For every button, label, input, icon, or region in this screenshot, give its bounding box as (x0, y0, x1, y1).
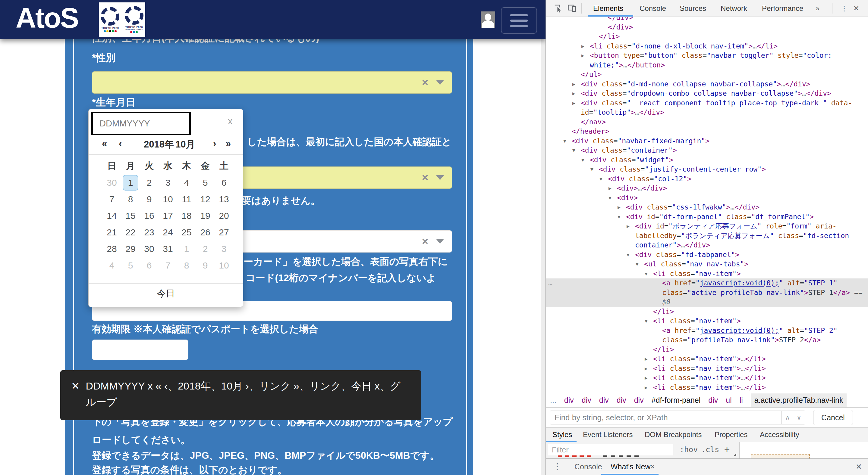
calendar-day[interactable]: 9 (196, 257, 215, 274)
clear-icon[interactable]: × (422, 236, 428, 247)
class-toggle-button[interactable]: .cls (701, 444, 719, 455)
calendar-day[interactable]: 4 (177, 174, 196, 191)
dom-tree-line[interactable]: </li> (546, 345, 868, 354)
new-rule-button[interactable]: + (724, 444, 730, 455)
calendar-day[interactable]: 6 (140, 257, 158, 274)
breadcrumb-item[interactable]: ... (550, 396, 556, 405)
calendar-day[interactable]: 3 (158, 174, 177, 191)
next-year-button[interactable]: » (226, 138, 231, 149)
dom-tree-line[interactable]: ▶<div class="__react_component_tooltip p… (546, 98, 868, 117)
find-next-icon[interactable]: ∨ (797, 414, 801, 421)
calendar-day[interactable]: 10 (158, 191, 177, 207)
calendar-day[interactable]: 30 (102, 174, 121, 191)
dom-tree-line[interactable]: </ul> (546, 70, 868, 79)
breadcrumb-item[interactable]: ul (726, 396, 732, 405)
tab-elements[interactable]: Elements (593, 0, 623, 16)
date-input[interactable] (91, 112, 191, 135)
cancel-button[interactable]: Cancel (813, 410, 853, 425)
tab-event-listeners[interactable]: Event Listeners (583, 428, 632, 442)
calendar-day[interactable]: 18 (177, 207, 196, 224)
calendar-day[interactable]: 2 (140, 174, 158, 191)
dom-tree-line[interactable]: ▼<div class="widget"> (546, 155, 868, 165)
calendar-day[interactable]: 21 (102, 224, 121, 240)
calendar-day[interactable]: 23 (140, 224, 158, 240)
tab-console[interactable]: Console (640, 0, 666, 16)
calendar-day[interactable]: 2 (196, 240, 215, 257)
dom-tree-line[interactable]: </ul> (546, 392, 868, 393)
dom-tree-line[interactable]: ▶<li class="nav-item">…</li> (546, 373, 868, 383)
tab-network[interactable]: Network (721, 0, 747, 16)
calendar-day[interactable]: 28 (102, 240, 121, 257)
calendar-day[interactable]: 27 (215, 224, 233, 240)
dom-tree-line[interactable]: </div> (546, 23, 868, 32)
dom-tree-line[interactable]: </header> (546, 127, 868, 136)
dom-tree-line[interactable]: ▼<div class="justify-content-center row"… (546, 165, 868, 174)
dom-tree-line[interactable]: ▶<li class="nav-item">…</li> (546, 383, 868, 393)
expiry-input[interactable] (92, 340, 188, 360)
calendar-day[interactable]: 5 (121, 257, 140, 274)
dom-tree-line[interactable]: ▼<div class="navbar-fixed-margin"> (546, 136, 868, 146)
user-avatar[interactable] (481, 11, 495, 28)
breadcrumb-item[interactable]: a.active.profileTab.nav-link (751, 394, 847, 407)
calendar-day[interactable]: 22 (121, 224, 140, 240)
clear-icon[interactable]: × (422, 77, 428, 88)
breadcrumb-item[interactable]: div (599, 396, 609, 405)
calendar-day[interactable]: 7 (102, 191, 121, 207)
breadcrumb-item[interactable]: div (617, 396, 626, 405)
dom-tree-line[interactable]: ▶<div class="css-1lfwakw">…</div> (546, 203, 868, 212)
calendar-day[interactable]: 3 (215, 240, 233, 257)
dom-tree-line[interactable]: …<a href="javascript:void(0);" alt="STEP… (546, 278, 868, 307)
page-scrollbar[interactable] (541, 39, 546, 475)
dom-tree-line[interactable]: ▼<ul class="nav nav-tabs"> (546, 260, 868, 269)
gender-select[interactable]: × (92, 71, 452, 94)
drawer-menu-icon[interactable]: ⋮ (553, 459, 561, 475)
devtools-close-icon[interactable]: ✕ (853, 0, 859, 16)
dom-tree-line[interactable]: ▼<div class="fd-tabpanel"> (546, 250, 868, 260)
tab-styles[interactable]: Styles (553, 428, 572, 442)
tab-dom-breakpoints[interactable]: DOM Breakpoints (645, 428, 702, 442)
year-label[interactable]: 2018年 (144, 138, 174, 151)
calendar-day[interactable]: 1 (121, 174, 140, 191)
dom-tree-line[interactable]: </nav> (546, 117, 868, 127)
dom-tree-line[interactable]: ▶<div id="ボランティア応募フォーム" role="form" aria… (546, 222, 868, 250)
breadcrumb-item[interactable]: div (634, 396, 644, 405)
dom-tree-line[interactable]: ▶<li class="nav-item">…</li> (546, 354, 868, 364)
calendar-day[interactable]: 20 (215, 207, 233, 224)
tab-performance[interactable]: Performance (762, 0, 803, 16)
dom-tree-line[interactable]: ▶<li class="nav-item">…</li> (546, 364, 868, 374)
drawer-close-icon[interactable]: ✕ (856, 459, 862, 475)
more-tabs-icon[interactable]: » (815, 0, 819, 16)
breadcrumb-item[interactable]: li (740, 396, 743, 405)
dom-tree-line[interactable]: ▼<div> (546, 193, 868, 203)
breadcrumb-item[interactable]: div (564, 396, 574, 405)
hover-state-button[interactable]: :hov (680, 444, 698, 455)
calendar-day[interactable]: 8 (121, 191, 140, 207)
next-month-button[interactable]: › (213, 138, 216, 149)
styles-filter-input[interactable] (548, 444, 673, 455)
calendar-day[interactable]: 1 (177, 240, 196, 257)
breadcrumb-item[interactable]: div (582, 396, 591, 405)
calendar-day[interactable]: 13 (215, 191, 233, 207)
prev-month-button[interactable]: ‹ (119, 138, 122, 149)
dom-tree-line[interactable]: ▼<li class="nav-item"> (546, 316, 868, 326)
find-prev-icon[interactable]: ∧ (785, 414, 790, 421)
month-label[interactable]: 10月 (176, 138, 195, 151)
menu-toggle-button[interactable] (501, 7, 537, 34)
calendar-day[interactable]: 24 (158, 224, 177, 240)
drawer-tab-whats-new[interactable]: What's New (611, 459, 651, 475)
dom-tree-line[interactable]: ▼<div class="container"> (546, 146, 868, 155)
dom-tree-line[interactable]: ▼<div id="df-form-panel" class="df_formP… (546, 212, 868, 222)
breadcrumb-item[interactable]: div (708, 396, 718, 405)
calendar-day[interactable]: 30 (140, 240, 158, 257)
tab-accessibility[interactable]: Accessibility (760, 428, 799, 442)
calendar-day[interactable]: 15 (121, 207, 140, 224)
dom-tree-line[interactable]: ▶<button type="button" class="navbar-tog… (546, 51, 868, 70)
inspect-icon[interactable] (554, 4, 563, 13)
calendar-day[interactable]: 12 (196, 191, 215, 207)
calendar-day[interactable]: 11 (177, 191, 196, 207)
calendar-day[interactable]: 26 (196, 224, 215, 240)
drawer-tab-console[interactable]: Console (575, 459, 602, 475)
dom-tree-line[interactable]: ▼<li class="nav-item"> (546, 269, 868, 279)
devtools-menu-icon[interactable]: ⋮ (841, 0, 848, 16)
calendar-day[interactable]: 29 (121, 240, 140, 257)
